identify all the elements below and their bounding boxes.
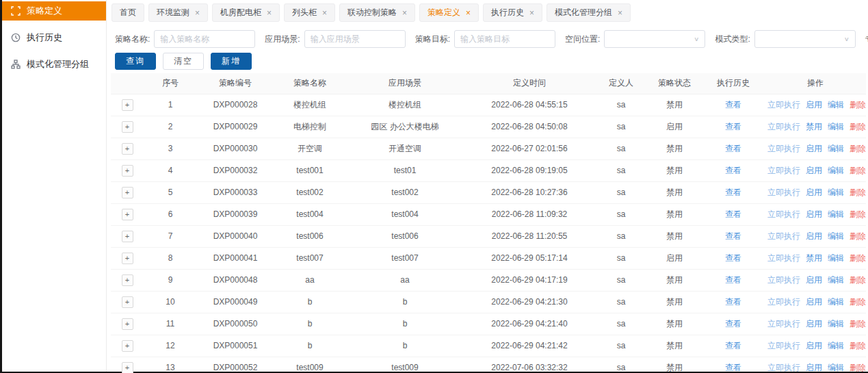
edit-link[interactable]: 编辑 (828, 166, 844, 175)
close-icon[interactable]: × (466, 9, 471, 17)
delete-link[interactable]: 删除 (850, 209, 866, 219)
delete-link[interactable]: 删除 (850, 188, 866, 197)
edit-link[interactable]: 编辑 (828, 188, 844, 197)
filter-input-1[interactable] (154, 30, 255, 48)
edit-link[interactable]: 编辑 (828, 297, 844, 307)
execute-now-link[interactable]: 立即执行 (767, 166, 800, 175)
tab-5[interactable]: 联动控制策略× (339, 3, 415, 22)
execute-now-link[interactable]: 立即执行 (767, 319, 800, 329)
clear-button[interactable]: 清空 (163, 53, 204, 70)
view-history-link[interactable]: 查看 (725, 209, 741, 219)
edit-link[interactable]: 编辑 (828, 209, 844, 219)
toggle-status-link[interactable]: 启用 (806, 297, 822, 307)
edit-link[interactable]: 编辑 (828, 122, 844, 131)
close-icon[interactable]: × (529, 9, 534, 17)
delete-link[interactable]: 删除 (850, 341, 866, 350)
execute-now-link[interactable]: 立即执行 (767, 144, 800, 153)
execute-now-link[interactable]: 立即执行 (767, 297, 800, 307)
expand-row-button[interactable]: + (122, 99, 133, 111)
filter-select-5[interactable]: ∨ (754, 30, 856, 48)
delete-link[interactable]: 删除 (850, 231, 866, 241)
view-history-link[interactable]: 查看 (725, 363, 741, 372)
edit-link[interactable]: 编辑 (828, 231, 844, 241)
toggle-status-link[interactable]: 禁用 (806, 122, 822, 131)
close-icon[interactable]: × (195, 9, 200, 17)
view-history-link[interactable]: 查看 (725, 275, 741, 285)
toggle-status-link[interactable]: 启用 (806, 166, 822, 175)
execute-now-link[interactable]: 立即执行 (767, 275, 800, 285)
toggle-status-link[interactable]: 启用 (806, 188, 822, 197)
view-history-link[interactable]: 查看 (725, 122, 741, 131)
view-history-link[interactable]: 查看 (725, 231, 741, 241)
expand-row-button[interactable]: + (122, 187, 133, 198)
close-icon[interactable]: × (402, 9, 407, 17)
sidebar-item-3[interactable]: 模式化管理分组 (2, 55, 106, 74)
expand-row-button[interactable]: + (122, 362, 133, 373)
execute-now-link[interactable]: 立即执行 (767, 100, 800, 110)
delete-link[interactable]: 删除 (850, 166, 866, 175)
toggle-status-link[interactable]: 启用 (806, 319, 822, 329)
execute-now-link[interactable]: 立即执行 (767, 188, 800, 197)
view-history-link[interactable]: 查看 (725, 100, 741, 110)
query-button[interactable]: 查询 (115, 53, 156, 70)
close-icon[interactable]: × (618, 9, 622, 17)
delete-link[interactable]: 删除 (850, 100, 866, 110)
edit-link[interactable]: 编辑 (828, 275, 844, 285)
add-button[interactable]: 新增 (211, 53, 252, 70)
toggle-status-link[interactable]: 启用 (806, 341, 822, 350)
expand-row-button[interactable]: + (122, 296, 133, 308)
tab-1[interactable]: 首页 (111, 3, 144, 22)
tab-6[interactable]: 策略定义× (419, 3, 479, 22)
toggle-status-link[interactable]: 启用 (806, 275, 822, 285)
expand-row-button[interactable]: + (122, 231, 133, 242)
execute-now-link[interactable]: 立即执行 (767, 231, 800, 241)
tab-2[interactable]: 环境监测× (148, 3, 208, 22)
edit-link[interactable]: 编辑 (828, 341, 844, 350)
view-history-link[interactable]: 查看 (725, 319, 741, 329)
tab-4[interactable]: 列头柜× (284, 3, 335, 22)
filter-input-3[interactable] (454, 30, 555, 48)
sidebar-item-2[interactable]: 执行历史 (2, 28, 106, 47)
expand-row-button[interactable]: + (122, 209, 133, 220)
delete-link[interactable]: 删除 (850, 144, 866, 153)
edit-link[interactable]: 编辑 (828, 144, 844, 153)
view-history-link[interactable]: 查看 (725, 253, 741, 263)
delete-link[interactable]: 删除 (850, 122, 866, 131)
filter-input-2[interactable] (304, 30, 406, 48)
edit-link[interactable]: 编辑 (828, 363, 844, 372)
tab-3[interactable]: 机房配电柜× (212, 3, 280, 22)
expand-row-button[interactable]: + (122, 165, 133, 177)
toggle-status-link[interactable]: 启用 (806, 231, 822, 241)
execute-now-link[interactable]: 立即执行 (767, 363, 800, 372)
toggle-status-link[interactable]: 启用 (806, 144, 822, 153)
delete-link[interactable]: 删除 (850, 363, 866, 372)
view-history-link[interactable]: 查看 (725, 297, 741, 307)
view-history-link[interactable]: 查看 (725, 144, 741, 153)
expand-row-button[interactable]: + (122, 318, 133, 330)
close-icon[interactable]: × (267, 9, 272, 17)
execute-now-link[interactable]: 立即执行 (767, 209, 800, 219)
delete-link[interactable]: 删除 (850, 297, 866, 307)
delete-link[interactable]: 删除 (850, 253, 866, 263)
edit-link[interactable]: 编辑 (828, 100, 844, 110)
expand-row-button[interactable]: + (122, 121, 133, 133)
delete-link[interactable]: 删除 (850, 319, 866, 329)
expand-row-button[interactable]: + (122, 274, 133, 286)
close-icon[interactable]: × (322, 9, 327, 17)
expand-row-button[interactable]: + (122, 253, 133, 264)
view-history-link[interactable]: 查看 (725, 188, 741, 197)
delete-link[interactable]: 删除 (850, 275, 866, 285)
toggle-status-link[interactable]: 禁用 (806, 253, 822, 263)
expand-row-button[interactable]: + (122, 340, 133, 352)
execute-now-link[interactable]: 立即执行 (767, 122, 800, 131)
execute-now-link[interactable]: 立即执行 (767, 341, 800, 350)
view-history-link[interactable]: 查看 (725, 341, 741, 350)
toggle-status-link[interactable]: 启用 (806, 209, 822, 219)
sidebar-item-1[interactable]: 策略定义 (2, 1, 106, 21)
tab-8[interactable]: 模式化管理分组× (547, 3, 631, 22)
edit-link[interactable]: 编辑 (828, 253, 844, 263)
edit-link[interactable]: 编辑 (828, 319, 844, 329)
view-history-link[interactable]: 查看 (725, 166, 741, 175)
filter-select-4[interactable]: ∨ (604, 30, 705, 48)
expand-row-button[interactable]: + (122, 143, 133, 155)
